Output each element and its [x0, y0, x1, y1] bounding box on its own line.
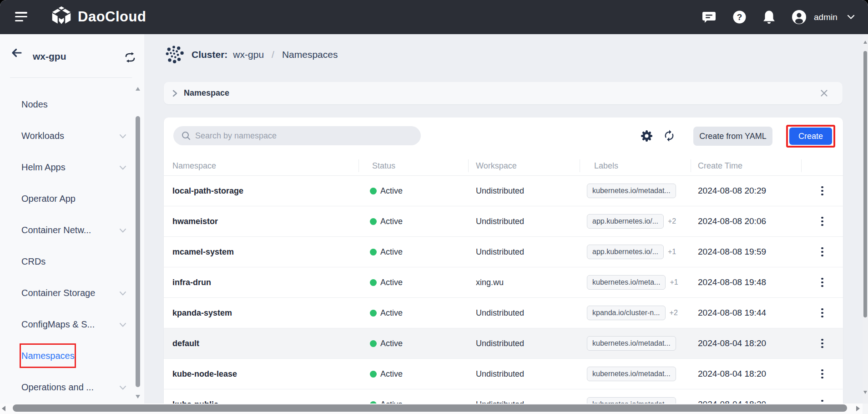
cell-labels: kpanda.io/cluster-n...+2 — [580, 306, 691, 320]
cell-labels: app.kubernetes.io/...+2 — [580, 214, 691, 229]
label-chip: app.kubernetes.io/... — [587, 245, 664, 259]
avatar[interactable] — [792, 0, 807, 34]
kebab-menu-icon[interactable] — [819, 276, 825, 289]
sidebar-item-label: CRDs — [21, 256, 45, 267]
sidebar-item-container-storage[interactable]: Container Storage — [0, 277, 144, 309]
sidebar-item-label: Operations and ... — [21, 382, 94, 393]
label-chip: kubernetes.io/meta... — [587, 275, 666, 290]
kebab-menu-icon[interactable] — [819, 337, 825, 350]
breadcrumb: Cluster: wx-gpu / Namespaces — [166, 45, 338, 65]
cell-status: Active — [359, 217, 469, 226]
menu-toggle-icon[interactable] — [15, 12, 27, 23]
cell-namespace[interactable]: hwameistor — [164, 217, 359, 226]
col-workspace: Workspace — [469, 159, 580, 172]
label-chip: kpanda.io/cluster-n... — [587, 306, 666, 320]
back-arrow-icon[interactable] — [11, 48, 22, 60]
cell-labels: kubernetes.io/metadat... — [580, 367, 691, 381]
panel-title: Namespace — [184, 88, 229, 98]
sidebar-item-label: Helm Apps — [21, 162, 66, 173]
cell-namespace[interactable]: kpanda-system — [164, 308, 359, 318]
daocloud-logo: DaoCloud — [51, 6, 146, 27]
kebab-menu-icon[interactable] — [819, 215, 825, 228]
cell-namespace[interactable]: infra-drun — [164, 278, 359, 287]
topbar: DaoCloud ? admin — [0, 0, 868, 34]
cell-workspace: Undistributed — [469, 369, 580, 379]
sidebar-item-helm-apps[interactable]: Helm Apps — [0, 152, 144, 183]
cell-workspace: Undistributed — [469, 308, 580, 318]
table-row: kube-node-leaseActiveUndistributedkubern… — [164, 359, 843, 389]
status-dot-icon — [370, 279, 377, 286]
col-namespace: Namespace — [164, 159, 359, 172]
close-icon[interactable] — [820, 89, 828, 97]
col-status: Status — [359, 159, 469, 172]
messages-icon[interactable] — [702, 0, 716, 34]
namespace-panel-bar[interactable]: Namespace — [164, 82, 843, 104]
sidebar-item-operator-app[interactable]: Operator App — [0, 183, 144, 215]
sidebar-item-container-netw[interactable]: Container Netw... — [0, 215, 144, 246]
sidebar-item-operations-and[interactable]: Operations and ... — [0, 372, 144, 403]
scroll-down-arrow-icon[interactable] — [136, 395, 140, 399]
cell-actions — [802, 245, 843, 259]
col-create-time: Create Time — [691, 159, 802, 172]
cell-namespace[interactable]: default — [164, 339, 359, 348]
search-input[interactable] — [195, 131, 404, 141]
cell-namespace[interactable]: kube-node-lease — [164, 369, 359, 379]
status-dot-icon — [370, 371, 377, 378]
breadcrumb-cluster-label: Cluster: — [192, 49, 227, 60]
breadcrumb-cluster-link[interactable]: wx-gpu — [233, 49, 264, 60]
settings-gear-icon[interactable] — [641, 130, 653, 144]
col-actions — [802, 159, 843, 172]
create-button[interactable]: Create — [789, 128, 832, 145]
table-row: mcamel-systemActiveUndistributedapp.kube… — [164, 237, 843, 267]
notifications-icon[interactable] — [762, 0, 777, 34]
cell-namespace[interactable]: mcamel-system — [164, 247, 359, 257]
sidebar-item-nodes[interactable]: Nodes — [0, 89, 144, 120]
username-label[interactable]: admin — [814, 0, 838, 34]
vscroll-down-arrow-icon[interactable] — [863, 391, 867, 394]
sidebar-item-crds[interactable]: CRDs — [0, 246, 144, 277]
hscroll-thumb[interactable] — [13, 404, 847, 412]
help-icon[interactable]: ? — [732, 0, 747, 34]
cell-labels: kubernetes.io/metadat... — [580, 184, 691, 198]
sidebar-item-label: Nodes — [21, 99, 48, 110]
switch-cluster-icon[interactable] — [124, 52, 136, 65]
chevron-down-icon — [119, 384, 126, 391]
scrollbar-corner — [863, 404, 868, 414]
kebab-menu-icon[interactable] — [819, 184, 825, 198]
refresh-icon[interactable] — [663, 129, 676, 144]
user-menu-chevron-icon[interactable] — [847, 0, 855, 34]
cell-workspace: Undistributed — [469, 186, 580, 196]
page-horizontal-scrollbar[interactable] — [0, 404, 863, 414]
cell-status: Active — [359, 339, 469, 348]
sidebar-scrollbar[interactable] — [135, 83, 141, 414]
label-more-count: +2 — [670, 309, 678, 317]
kebab-menu-icon[interactable] — [819, 307, 825, 320]
cell-status: Active — [359, 278, 469, 287]
page-vertical-scrollbar[interactable] — [863, 34, 868, 404]
hscroll-left-arrow-icon[interactable] — [2, 406, 5, 411]
chevron-down-icon — [119, 322, 126, 328]
sidebar-scrollbar-thumb[interactable] — [136, 116, 140, 387]
cell-actions — [802, 276, 843, 289]
sidebar-item-workloads[interactable]: Workloads — [0, 120, 144, 152]
status-dot-icon — [370, 340, 377, 347]
sidebar-item-label: Container Netw... — [21, 225, 91, 235]
vscroll-thumb[interactable] — [863, 51, 867, 317]
main-area: Cluster: wx-gpu / Namespaces Namespace C… — [144, 34, 868, 414]
hscroll-right-arrow-icon[interactable] — [856, 406, 860, 411]
sidebar-item-configmaps-s[interactable]: ConfigMaps & S... — [0, 309, 144, 340]
expand-chevron-icon[interactable] — [172, 90, 178, 97]
chevron-down-icon — [119, 227, 126, 234]
search-box[interactable] — [173, 126, 421, 145]
kebab-menu-icon[interactable] — [819, 245, 825, 259]
vscroll-up-arrow-icon[interactable] — [863, 41, 867, 44]
search-icon — [181, 131, 191, 141]
create-from-yaml-button[interactable]: Create from YAML — [693, 127, 772, 146]
label-chip: kubernetes.io/metadat... — [587, 336, 676, 351]
cell-namespace[interactable]: local-path-storage — [164, 186, 359, 196]
annotation-namespaces — [20, 343, 76, 368]
scroll-up-arrow-icon[interactable] — [136, 87, 140, 91]
cell-workspace: xing.wu — [469, 278, 580, 287]
cell-workspace: Undistributed — [469, 339, 580, 348]
kebab-menu-icon[interactable] — [819, 368, 825, 381]
